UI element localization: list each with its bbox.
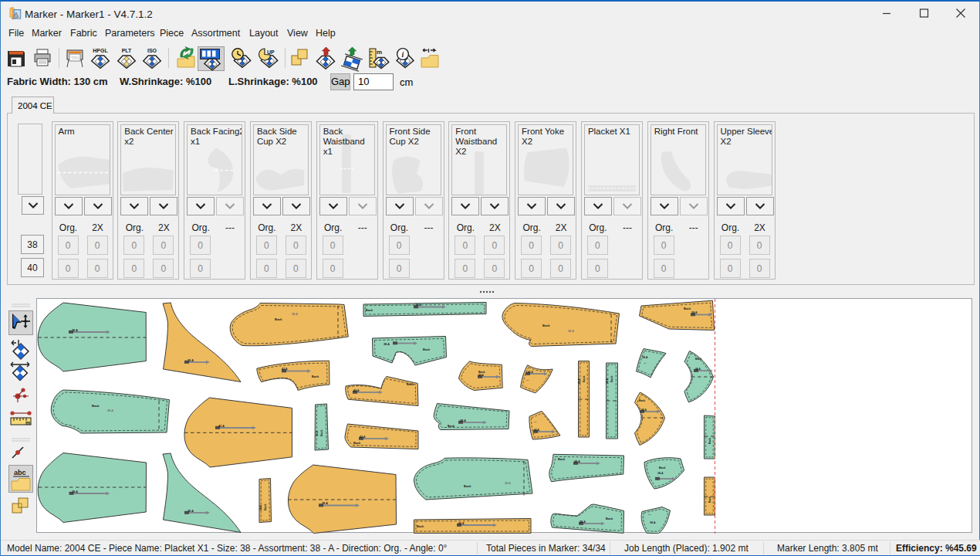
svg-text:38-A: 38-A [72,329,78,332]
svg-text:Back: Back [407,383,414,386]
svg-text:38-A: 38-A [505,482,511,485]
svg-text:Back: Back [366,309,373,312]
svg-text:38-A: 38-A [641,409,647,412]
svg-text:Back: Back [639,399,645,402]
svg-text:38-A: 38-A [107,409,113,412]
svg-text:42-A: 42-A [218,425,225,428]
svg-text:Back: Back [708,497,711,503]
svg-text:38-A: 38-A [642,356,648,359]
svg-text:Back: Back [423,348,431,351]
svg-text:Back: Back [464,484,471,488]
svg-text:Back: Back [708,438,711,444]
svg-text:Back: Back [448,425,455,428]
svg-text:42-A: 42-A [478,374,485,377]
svg-text:38-A: 38-A [188,510,194,513]
svg-text:42-A: 42-A [578,378,581,384]
svg-text:42-A: 42-A [458,522,465,525]
svg-text:Back: Back [542,324,550,327]
svg-text:38-A: 38-A [650,521,656,524]
svg-text:38-A: 38-A [695,368,701,371]
svg-text:i: i [402,50,404,59]
svg-text:42-A: 42-A [282,368,288,371]
svg-text:38-A: 38-A [188,359,194,362]
svg-text:38-A: 38-A [316,430,319,436]
svg-text:38-A: 38-A [72,490,78,493]
svg-text:38-A: 38-A [606,378,609,384]
svg-text:Back: Back [695,358,701,361]
svg-text:abc: abc [14,469,26,476]
svg-text:Back: Back [417,525,424,528]
svg-text:Back: Back [275,317,282,321]
svg-text:42-A: 42-A [360,436,366,439]
svg-text:42-A: 42-A [534,429,540,432]
svg-text:Back: Back [320,429,323,436]
svg-text:Back: Back [353,442,361,445]
svg-text:Back: Back [92,404,100,408]
svg-text:Back: Back [558,458,566,461]
svg-text:UP: UP [267,49,275,55]
svg-text:m: m [377,49,382,56]
svg-text:38-A: 38-A [259,504,262,510]
svg-text:TRN: TRN [71,56,79,60]
svg-text:38-A: 38-A [292,313,298,316]
svg-text:38-A: 38-A [568,330,574,333]
svg-text:38-A: 38-A [574,460,580,463]
svg-text:PLT: PLT [122,48,132,53]
svg-text:38-A: 38-A [384,343,390,346]
svg-text:Back: Back [610,375,613,382]
svg-text:38-A: 38-A [322,502,328,505]
svg-text:Back: Back [312,375,319,378]
svg-text:38-A: 38-A [460,419,466,422]
svg-text:Back: Back [264,503,267,510]
svg-text:Back: Back [583,375,586,382]
svg-text:Back: Back [606,517,613,520]
svg-text:HPGL: HPGL [93,48,108,53]
svg-text:Back: Back [684,307,691,310]
svg-text:Back: Back [659,466,666,470]
svg-text:38-A: 38-A [657,472,664,475]
svg-text:38-A: 38-A [415,303,421,307]
svg-text:42-A: 42-A [528,371,534,374]
svg-text:38-A: 38-A [580,520,586,524]
svg-text:m: m [25,420,30,425]
svg-text:42-A: 42-A [353,389,360,392]
svg-text:ISO: ISO [147,48,157,53]
svg-text:38-A: 38-A [691,311,698,314]
